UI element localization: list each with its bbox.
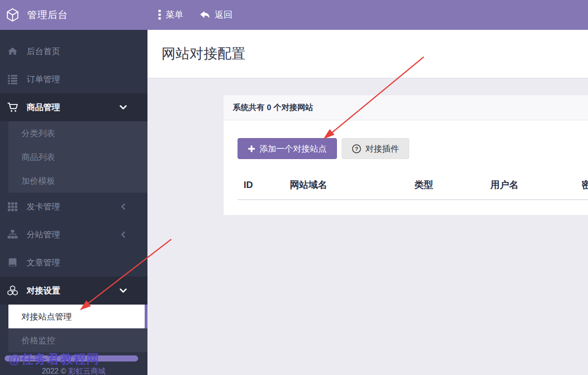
products-submenu: 分类列表 商品列表 加价模板 — [8, 121, 147, 193]
sidebar-item-label: 文章管理 — [27, 257, 137, 268]
menu-toggle[interactable]: 菜单 — [158, 9, 183, 21]
sidebar-subitem-markup-template[interactable]: 加价模板 — [8, 169, 147, 193]
app-title: 管理后台 — [27, 8, 68, 21]
ellipsis-v-icon — [158, 10, 161, 20]
sidebar-subitem-docking-site-mgmt[interactable]: 对接站点管理 — [8, 305, 147, 328]
topbar: 管理后台 菜单 返回 — [0, 0, 588, 30]
grid-icon — [7, 201, 19, 212]
chevron-left-icon — [117, 203, 129, 210]
sidebar-subitem-category-list[interactable]: 分类列表 — [8, 121, 147, 145]
brand[interactable]: 管理后台 — [0, 8, 147, 22]
col-header-username: 用户名 — [490, 179, 581, 191]
main-area: 网站对接配置 系统共有 0 个对接网站 添加一个对接站点 — [147, 30, 588, 375]
back-button[interactable]: 返回 — [199, 9, 232, 21]
sidebar-subitem-product-list[interactable]: 商品列表 — [8, 145, 147, 169]
sidebar-item-dashboard[interactable]: 后台首页 — [0, 37, 147, 65]
watermark-text: @任务君教程网 — [8, 351, 99, 368]
reply-arrow-icon — [199, 10, 210, 20]
sidebar-item-label: 对接设置 — [27, 285, 117, 296]
plus-icon — [248, 145, 255, 153]
cube-logo-icon — [6, 8, 20, 22]
docking-sites-panel: 系统共有 0 个对接网站 添加一个对接站点 — [223, 95, 588, 215]
button-row: 添加一个对接站点 ? 对接插件 — [238, 138, 588, 159]
chevron-down-icon — [117, 287, 129, 294]
sidebar-item-articles[interactable]: 文章管理 — [0, 249, 147, 277]
sidebar: 后台首页 订单管理 商品管理 — [0, 30, 147, 375]
svg-text:?: ? — [355, 146, 358, 152]
chevron-left-icon — [117, 231, 129, 238]
sidebar-nav: 后台首页 订单管理 商品管理 — [0, 30, 147, 352]
empty-table-body — [238, 200, 588, 215]
sidebar-item-label: 后台首页 — [27, 46, 137, 57]
panel-header: 系统共有 0 个对接网站 — [224, 95, 588, 120]
col-header-domain: 网站域名 — [290, 179, 414, 191]
sidebar-item-substations[interactable]: 分站管理 — [0, 221, 147, 249]
sitemap-icon — [7, 229, 19, 240]
col-header-password: 密码 — [581, 179, 588, 191]
cubes-icon — [7, 285, 19, 296]
sidebar-item-docking-settings[interactable]: 对接设置 — [0, 277, 147, 305]
docking-submenu: 对接站点管理 价格监控 — [8, 305, 147, 352]
panel-title: 系统共有 0 个对接网站 — [233, 102, 313, 113]
copyright: 2022 © 彩虹云商城 — [0, 367, 147, 375]
table-header-row: ID 网站域名 类型 用户名 密码 — [238, 170, 588, 200]
col-header-type: 类型 — [414, 179, 490, 191]
sidebar-item-label: 商品管理 — [27, 102, 117, 113]
content-area: 系统共有 0 个对接网站 添加一个对接站点 — [147, 78, 588, 375]
sidebar-item-card-issue[interactable]: 发卡管理 — [0, 193, 147, 221]
menu-label: 菜单 — [166, 9, 183, 21]
sidebar-subitem-price-monitor[interactable]: 价格监控 — [8, 328, 147, 352]
topnav: 菜单 返回 — [147, 9, 232, 21]
list-icon — [7, 74, 19, 84]
plugin-button-label: 对接插件 — [365, 143, 399, 154]
book-icon — [7, 257, 19, 268]
copyright-year: 2022 © — [42, 367, 68, 375]
cart-icon — [7, 102, 19, 113]
question-circle-icon: ? — [352, 144, 361, 153]
copyright-brand-link[interactable]: 彩虹云商城 — [68, 367, 105, 375]
add-button-label: 添加一个对接站点 — [259, 143, 327, 154]
chevron-down-icon — [117, 104, 129, 111]
panel-body: 添加一个对接站点 ? 对接插件 ID 网站域名 — [224, 120, 588, 215]
sidebar-item-label: 发卡管理 — [27, 201, 117, 212]
page-title: 网站对接配置 — [161, 44, 245, 63]
col-header-id: ID — [238, 180, 290, 190]
home-icon — [7, 46, 19, 56]
add-docking-site-button[interactable]: 添加一个对接站点 — [238, 138, 337, 159]
back-label: 返回 — [215, 9, 232, 21]
sidebar-item-label: 分站管理 — [27, 229, 117, 240]
page-header: 网站对接配置 — [147, 30, 588, 78]
docking-plugin-button[interactable]: ? 对接插件 — [342, 138, 409, 159]
sidebar-item-label: 订单管理 — [27, 74, 137, 85]
sidebar-item-products[interactable]: 商品管理 — [0, 93, 147, 121]
sidebar-item-orders[interactable]: 订单管理 — [0, 65, 147, 93]
